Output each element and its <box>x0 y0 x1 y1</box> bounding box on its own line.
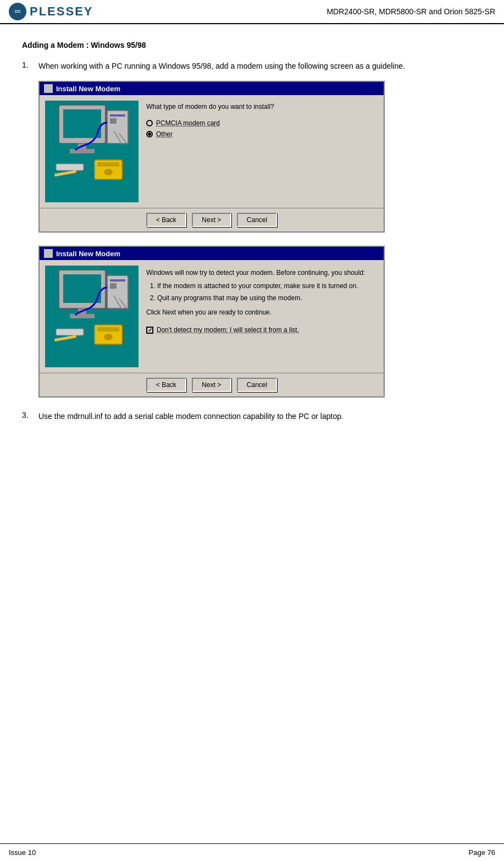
dialog-1-back-button[interactable]: < Back <box>146 213 186 227</box>
svg-rect-17 <box>70 314 95 318</box>
dialog-1-option-1[interactable]: Other <box>146 130 376 138</box>
dialog-2-cancel-button[interactable]: Cancel <box>237 378 277 392</box>
logo-circle: ≈≈ <box>9 3 26 20</box>
section-heading: Adding a Modem : Windows 95/98 <box>22 41 482 49</box>
svg-point-24 <box>104 334 113 340</box>
computer-illustration-2 <box>48 266 136 367</box>
dialog-1-title-bar: Install New Modem <box>40 82 384 95</box>
dialog-1-icon <box>44 84 53 93</box>
dialog-2-next-button[interactable]: Next > <box>192 378 231 392</box>
dialog-2-buttons: < Back Next > Cancel <box>40 373 384 396</box>
dialog-1-question: What type of modem do you want to instal… <box>146 103 376 111</box>
svg-rect-3 <box>70 149 95 153</box>
svg-point-10 <box>104 169 113 175</box>
svg-rect-20 <box>110 283 117 289</box>
step-1-text: When working with a PC running a Windows… <box>38 60 405 72</box>
dialog-2-instruction-0: If the modem is attached to your compute… <box>157 281 376 291</box>
svg-rect-6 <box>110 118 117 124</box>
dialog-2-image <box>45 266 139 367</box>
radio-other[interactable] <box>146 131 153 137</box>
dialog-2-title-bar: Install New Modem <box>40 247 384 260</box>
dialog-2-icon <box>44 249 53 258</box>
logo-text: PLESSEY <box>30 4 93 19</box>
page-footer: Issue 10 Page 76 <box>0 843 504 861</box>
dialog-2-checkbox[interactable] <box>146 327 153 334</box>
dialog-2-right: Windows will now try to detect your mode… <box>144 266 378 367</box>
dialog-1-option-0[interactable]: PCMCIA modem card <box>146 119 376 127</box>
dialog-2-checkbox-row[interactable]: Don't detect my modem; I will select it … <box>146 326 376 334</box>
svg-rect-11 <box>54 170 76 176</box>
logo-area: ≈≈ PLESSEY <box>9 3 93 20</box>
dialog-2-title: Install New Modem <box>56 250 120 258</box>
dialog-1-right: What type of modem do you want to instal… <box>144 101 378 202</box>
svg-rect-7 <box>56 164 84 170</box>
svg-rect-25 <box>54 335 76 341</box>
computer-illustration-1 <box>48 101 136 202</box>
step-1: 1. When working with a PC running a Wind… <box>22 60 482 72</box>
step-3: 3. Use the mdrnull.inf to add a serial c… <box>22 411 482 422</box>
dialog-1-next-button[interactable]: Next > <box>192 213 231 227</box>
dialog-2-steps-list: If the modem is attached to your compute… <box>146 281 376 303</box>
dialog-1-body: What type of modem do you want to instal… <box>40 95 384 208</box>
option-pcmcia-label: PCMCIA modem card <box>156 119 220 127</box>
svg-rect-23 <box>97 327 119 332</box>
dialog-2-back-button[interactable]: < Back <box>146 378 186 392</box>
step-3-number: 3. <box>22 411 33 422</box>
radio-pcmcia[interactable] <box>146 120 153 126</box>
main-content: Adding a Modem : Windows 95/98 1. When w… <box>0 24 504 475</box>
dialog-2-instructions: Windows will now try to detect your mode… <box>146 268 376 317</box>
dialog-1-options: PCMCIA modem card Other <box>146 119 376 138</box>
dialog-1: Install New Modem <box>38 81 385 233</box>
svg-rect-5 <box>110 114 125 117</box>
dialog-2-checkbox-label: Don't detect my modem; I will select it … <box>157 326 299 334</box>
svg-rect-15 <box>63 274 101 303</box>
svg-rect-9 <box>97 162 119 167</box>
step-1-number: 1. <box>22 60 33 72</box>
svg-rect-1 <box>63 109 101 138</box>
logo-wave-icon: ≈≈ <box>15 9 21 14</box>
dialog-2-intro: Windows will now try to detect your mode… <box>146 268 376 278</box>
dialog-2-click-note: Click Next when you are ready to continu… <box>146 307 376 317</box>
dialog-2-instruction-1: Quit any programs that may be using the … <box>157 293 376 303</box>
step-3-text: Use the mdrnull.inf to add a serial cabl… <box>38 411 344 422</box>
option-other-label: Other <box>156 130 173 138</box>
dialog-1-image <box>45 101 139 202</box>
dialog-2-body: Windows will now try to detect your mode… <box>40 260 384 373</box>
dialog-1-cancel-button[interactable]: Cancel <box>237 213 277 227</box>
footer-page: Page 76 <box>469 848 495 857</box>
header-title: MDR2400-SR, MDR5800-SR and Orion 5825-SR <box>326 7 495 16</box>
page-header: ≈≈ PLESSEY MDR2400-SR, MDR5800-SR and Or… <box>0 0 504 24</box>
dialog-1-buttons: < Back Next > Cancel <box>40 208 384 231</box>
svg-rect-19 <box>110 279 125 282</box>
svg-rect-21 <box>56 329 84 335</box>
footer-issue: Issue 10 <box>9 848 36 857</box>
dialog-2: Install New Modem <box>38 246 385 398</box>
dialog-1-title: Install New Modem <box>56 85 120 93</box>
